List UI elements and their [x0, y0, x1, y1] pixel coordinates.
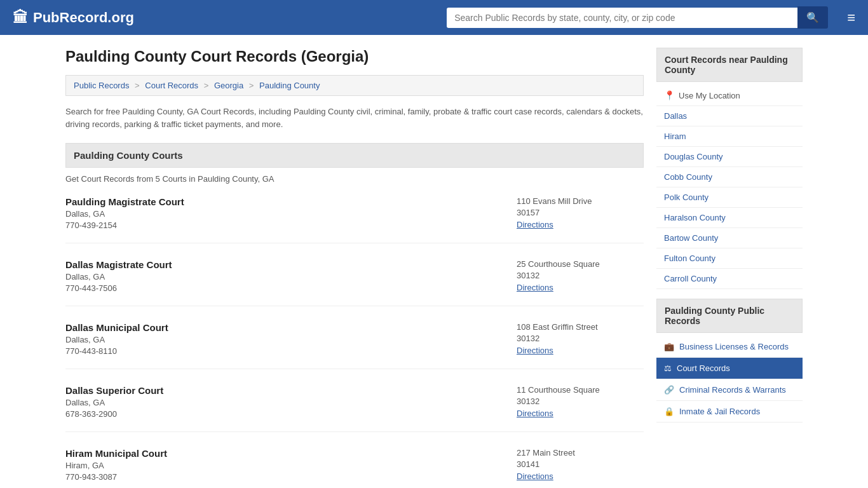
court-address: 25 Courthouse Square — [517, 259, 644, 269]
sidebar-link[interactable]: Polk County — [664, 193, 709, 202]
logo-text: PubRecord.org — [33, 10, 134, 26]
sidebar-item[interactable]: Dallas — [656, 106, 803, 126]
menu-button[interactable]: ≡ — [847, 10, 855, 26]
sidebar-record-item[interactable]: 🔗 Criminal Records & Warrants — [656, 379, 803, 401]
court-zip: 30141 — [517, 459, 644, 469]
court-city: Hiram, GA — [65, 461, 167, 470]
court-zip: 30132 — [517, 334, 644, 343]
sidebar-link[interactable]: Douglas County — [664, 152, 723, 161]
court-phone: 770-943-3087 — [65, 472, 167, 482]
court-left: Hiram Municipal Court Hiram, GA 770-943-… — [65, 448, 167, 482]
sidebar-item[interactable]: Haralson County — [656, 208, 803, 228]
court-entry: Hiram Municipal Court Hiram, GA 770-943-… — [65, 448, 644, 488]
court-phone: 678-363-2900 — [65, 409, 163, 419]
search-input[interactable] — [447, 8, 797, 28]
court-name: Paulding Magistrate Court — [65, 196, 184, 207]
hamburger-icon: ≡ — [847, 10, 855, 25]
court-address: 11 Courthouse Square — [517, 385, 644, 395]
search-button[interactable]: 🔍 — [797, 6, 828, 29]
directions-link[interactable]: Directions — [517, 409, 553, 418]
sidebar-item[interactable]: Bartow County — [656, 228, 803, 248]
record-icon: ⚖ — [664, 363, 672, 373]
court-directions: Directions — [517, 471, 644, 481]
sidebar-record-item[interactable]: 🔒 Inmate & Jail Records — [656, 401, 803, 423]
directions-link[interactable]: Directions — [517, 283, 553, 292]
search-icon: 🔍 — [806, 12, 819, 23]
content: Paulding County Court Records (Georgia) … — [65, 48, 644, 488]
breadcrumb-court-records[interactable]: Court Records — [145, 81, 198, 90]
directions-link[interactable]: Directions — [517, 220, 553, 229]
breadcrumb-georgia[interactable]: Georgia — [214, 81, 243, 90]
records-list: 💼 Business Licenses & Records ⚖ Court Re… — [656, 336, 803, 423]
court-left: Paulding Magistrate Court Dallas, GA 770… — [65, 196, 184, 230]
court-entry: Dallas Municipal Court Dallas, GA 770-44… — [65, 322, 644, 369]
court-right: 217 Main Street 30141 Directions — [517, 448, 644, 481]
record-icon: 🔒 — [664, 407, 674, 416]
sidebar: Court Records near Paulding County 📍 Use… — [656, 48, 803, 488]
court-address: 217 Main Street — [517, 448, 644, 458]
court-zip: 30132 — [517, 271, 644, 280]
search-bar: 🔍 — [447, 6, 828, 29]
court-name: Dallas Municipal Court — [65, 322, 168, 333]
sidebar-record-item[interactable]: 💼 Business Licenses & Records — [656, 336, 803, 358]
court-phone: 770-443-8110 — [65, 346, 168, 356]
courts-section-header: Paulding County Courts — [65, 143, 644, 168]
main-container: Paulding County Court Records (Georgia) … — [53, 35, 815, 488]
breadcrumb: Public Records > Court Records > Georgia… — [65, 75, 644, 96]
sidebar-item[interactable]: Carroll County — [656, 269, 803, 289]
sidebar-item[interactable]: Cobb County — [656, 167, 803, 187]
court-city: Dallas, GA — [65, 209, 184, 219]
sidebar-item[interactable]: Polk County — [656, 187, 803, 208]
location-dot-icon: 📍 — [664, 90, 675, 100]
sidebar-link[interactable]: Haralson County — [664, 213, 726, 222]
sidebar-link[interactable]: Carroll County — [664, 274, 717, 283]
sidebar-link[interactable]: Bartow County — [664, 233, 718, 243]
nearby-section-header: Court Records near Paulding County — [656, 48, 803, 82]
court-city: Dallas, GA — [65, 398, 163, 407]
directions-link[interactable]: Directions — [517, 471, 553, 481]
sidebar-link[interactable]: Dallas — [664, 111, 687, 121]
record-icon: 💼 — [664, 342, 674, 351]
court-right: 25 Courthouse Square 30132 Directions — [517, 259, 644, 292]
court-left: Dallas Magistrate Court Dallas, GA 770-4… — [65, 259, 172, 293]
court-left: Dallas Municipal Court Dallas, GA 770-44… — [65, 322, 168, 356]
logo-icon: 🏛 — [13, 9, 28, 27]
sidebar-link[interactable]: Hiram — [664, 132, 686, 141]
record-link[interactable]: Criminal Records & Warrants — [679, 385, 786, 395]
sidebar-record-item[interactable]: ⚖ Court Records — [656, 358, 803, 379]
breadcrumb-sep2: > — [204, 81, 211, 90]
sidebar-link[interactable]: Fulton County — [664, 254, 715, 263]
header: 🏛 PubRecord.org 🔍 ≡ — [0, 0, 868, 35]
sidebar-item[interactable]: Douglas County — [656, 147, 803, 167]
court-address: 110 Evans Mill Drive — [517, 196, 644, 206]
breadcrumb-sep3: > — [249, 81, 256, 90]
sidebar-link[interactable]: Cobb County — [664, 172, 712, 182]
court-address: 108 East Griffin Street — [517, 322, 644, 332]
court-name: Dallas Magistrate Court — [65, 259, 172, 270]
court-directions: Directions — [517, 219, 644, 229]
sidebar-item[interactable]: Hiram — [656, 126, 803, 147]
record-link[interactable]: Inmate & Jail Records — [679, 407, 760, 416]
court-name: Dallas Superior Court — [65, 385, 163, 396]
sidebar-item[interactable]: Fulton County — [656, 248, 803, 269]
record-link[interactable]: Business Licenses & Records — [679, 342, 789, 351]
records-section-header: Paulding County Public Records — [656, 299, 803, 333]
breadcrumb-public-records[interactable]: Public Records — [74, 81, 129, 90]
courts-list: Paulding Magistrate Court Dallas, GA 770… — [65, 196, 644, 488]
court-entry: Dallas Magistrate Court Dallas, GA 770-4… — [65, 259, 644, 306]
court-name: Hiram Municipal Court — [65, 448, 167, 459]
court-right: 110 Evans Mill Drive 30157 Directions — [517, 196, 644, 229]
logo[interactable]: 🏛 PubRecord.org — [13, 9, 134, 27]
court-entry: Dallas Superior Court Dallas, GA 678-363… — [65, 385, 644, 432]
court-right: 108 East Griffin Street 30132 Directions — [517, 322, 644, 355]
court-right: 11 Courthouse Square 30132 Directions — [517, 385, 644, 418]
record-icon: 🔗 — [664, 385, 674, 395]
breadcrumb-paulding-county[interactable]: Paulding County — [259, 81, 320, 90]
record-link[interactable]: Court Records — [677, 363, 730, 373]
court-left: Dallas Superior Court Dallas, GA 678-363… — [65, 385, 163, 419]
use-location[interactable]: 📍 Use My Location — [656, 85, 803, 106]
directions-link[interactable]: Directions — [517, 346, 553, 355]
court-directions: Directions — [517, 282, 644, 292]
use-location-label: Use My Location — [679, 91, 740, 100]
court-directions: Directions — [517, 345, 644, 355]
